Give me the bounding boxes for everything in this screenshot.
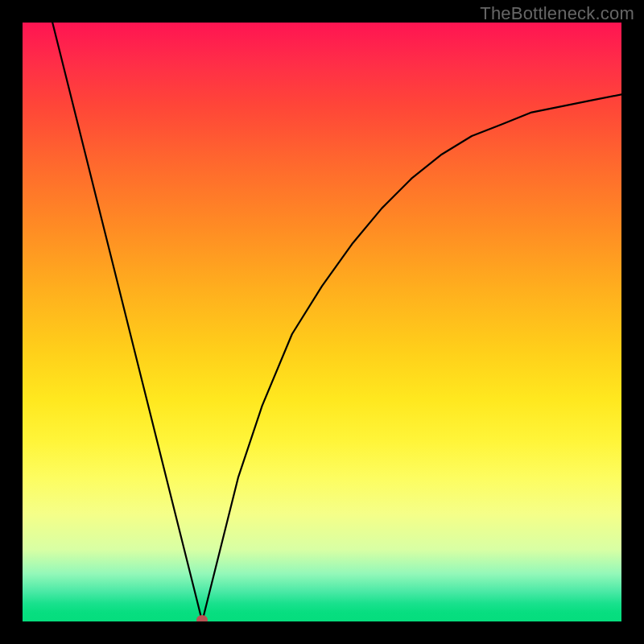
bottleneck-curve-path <box>52 23 621 621</box>
plot-area <box>23 23 621 621</box>
watermark-text: TheBottleneck.com <box>480 3 634 24</box>
min-point-marker <box>196 615 208 621</box>
chart-container: TheBottleneck.com <box>0 0 644 644</box>
curve-svg <box>23 23 621 621</box>
